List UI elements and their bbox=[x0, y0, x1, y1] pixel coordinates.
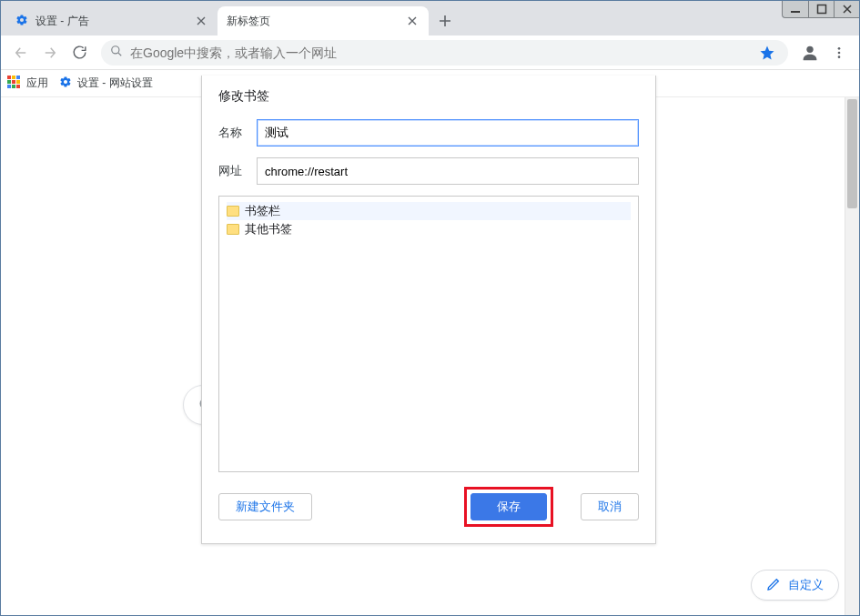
cancel-button[interactable]: 取消 bbox=[581, 493, 639, 520]
forward-button[interactable] bbox=[37, 40, 63, 66]
svg-rect-13 bbox=[7, 85, 11, 88]
dialog-button-row: 新建文件夹 保存 取消 bbox=[218, 487, 639, 527]
customize-label: 自定义 bbox=[788, 577, 824, 593]
svg-rect-14 bbox=[12, 85, 15, 88]
svg-rect-7 bbox=[7, 76, 11, 79]
name-label: 名称 bbox=[218, 125, 257, 141]
svg-rect-8 bbox=[12, 76, 15, 79]
omnibox[interactable] bbox=[101, 40, 788, 66]
dialog-title: 修改书签 bbox=[218, 88, 639, 105]
window-minimize-button[interactable] bbox=[783, 1, 808, 17]
folder-tree[interactable]: 书签栏 其他书签 bbox=[218, 196, 639, 472]
url-label: 网址 bbox=[218, 163, 257, 179]
svg-point-2 bbox=[112, 46, 119, 54]
bookmark-star-icon[interactable] bbox=[755, 45, 779, 61]
pencil-icon bbox=[766, 577, 781, 594]
bookmark-item-site-settings[interactable]: 设置 - 网站设置 bbox=[59, 76, 153, 91]
folder-label: 书签栏 bbox=[245, 203, 280, 219]
menu-button[interactable] bbox=[826, 40, 852, 66]
folder-label: 其他书签 bbox=[245, 221, 292, 237]
folder-item-other-bookmarks[interactable]: 其他书签 bbox=[227, 220, 631, 238]
new-folder-button[interactable]: 新建文件夹 bbox=[218, 493, 312, 520]
apps-grid-icon bbox=[6, 75, 21, 92]
svg-rect-11 bbox=[12, 80, 15, 84]
reload-button[interactable] bbox=[66, 40, 92, 66]
new-tab-button[interactable] bbox=[432, 8, 458, 34]
gear-icon bbox=[59, 76, 72, 91]
scrollbar-thumb[interactable] bbox=[847, 99, 857, 208]
tab-title: 新标签页 bbox=[227, 14, 405, 29]
tab-settings-ads[interactable]: 设置 - 广告 bbox=[6, 6, 218, 35]
svg-rect-1 bbox=[817, 5, 825, 14]
apps-shortcut[interactable]: 应用 bbox=[6, 75, 48, 92]
search-icon bbox=[110, 45, 123, 60]
svg-rect-0 bbox=[791, 11, 800, 13]
svg-point-6 bbox=[838, 56, 841, 58]
vertical-scrollbar[interactable] bbox=[845, 97, 859, 615]
tab-close-button[interactable] bbox=[405, 14, 420, 28]
svg-rect-12 bbox=[16, 80, 20, 84]
bookmark-name-input[interactable] bbox=[257, 119, 639, 146]
bookmark-url-input[interactable] bbox=[257, 157, 639, 185]
save-button[interactable]: 保存 bbox=[470, 493, 547, 520]
edit-bookmark-dialog: 修改书签 名称 网址 书签栏 其他书签 新建文件夹 保存 bbox=[201, 76, 656, 544]
folder-icon bbox=[227, 206, 239, 217]
svg-point-5 bbox=[838, 51, 841, 54]
tab-new-tab[interactable]: 新标签页 bbox=[218, 6, 429, 35]
gear-icon bbox=[15, 14, 28, 29]
folder-icon bbox=[227, 224, 239, 235]
customize-button[interactable]: 自定义 bbox=[751, 570, 839, 601]
svg-point-3 bbox=[806, 45, 813, 52]
window-controls bbox=[782, 1, 859, 18]
bookmark-label: 设置 - 网站设置 bbox=[77, 76, 153, 91]
tab-close-button[interactable] bbox=[194, 14, 208, 28]
svg-rect-9 bbox=[16, 76, 20, 79]
folder-item-bookmarks-bar[interactable]: 书签栏 bbox=[227, 202, 631, 220]
window-close-button[interactable] bbox=[834, 1, 859, 17]
profile-avatar-button[interactable] bbox=[797, 40, 823, 66]
browser-toolbar bbox=[1, 35, 859, 70]
back-button[interactable] bbox=[8, 40, 34, 66]
omnibox-input[interactable] bbox=[130, 45, 755, 60]
svg-rect-10 bbox=[7, 80, 11, 84]
tab-strip: 设置 - 广告 新标签页 bbox=[1, 1, 859, 35]
tab-title: 设置 - 广告 bbox=[35, 14, 194, 29]
apps-label: 应用 bbox=[26, 76, 48, 91]
window-maximize-button[interactable] bbox=[808, 1, 834, 17]
browser-window: 设置 - 广告 新标签页 bbox=[0, 0, 860, 616]
tutorial-highlight: 保存 bbox=[464, 487, 553, 527]
svg-rect-15 bbox=[16, 85, 20, 88]
svg-point-4 bbox=[838, 47, 841, 50]
